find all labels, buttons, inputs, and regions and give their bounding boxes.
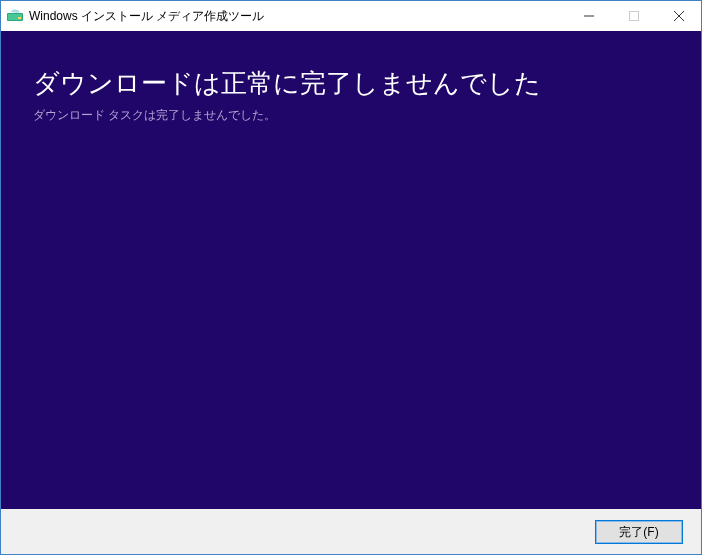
maximize-button [611,1,656,31]
window-controls [566,1,701,31]
page-subtext: ダウンロード タスクは完了しませんでした。 [33,107,669,124]
footer: 完了(F) [1,509,701,555]
finish-button[interactable]: 完了(F) [595,520,683,544]
svg-rect-4 [629,12,638,21]
content-area: ダウンロードは正常に完了しませんでした ダウンロード タスクは完了しませんでした… [1,31,701,509]
close-button[interactable] [656,1,701,31]
app-icon [7,8,23,24]
titlebar: Windows インストール メディア作成ツール [1,1,701,31]
svg-rect-2 [18,17,21,19]
page-heading: ダウンロードは正常に完了しませんでした [33,67,669,101]
minimize-button[interactable] [566,1,611,31]
window-title: Windows インストール メディア作成ツール [29,8,566,25]
